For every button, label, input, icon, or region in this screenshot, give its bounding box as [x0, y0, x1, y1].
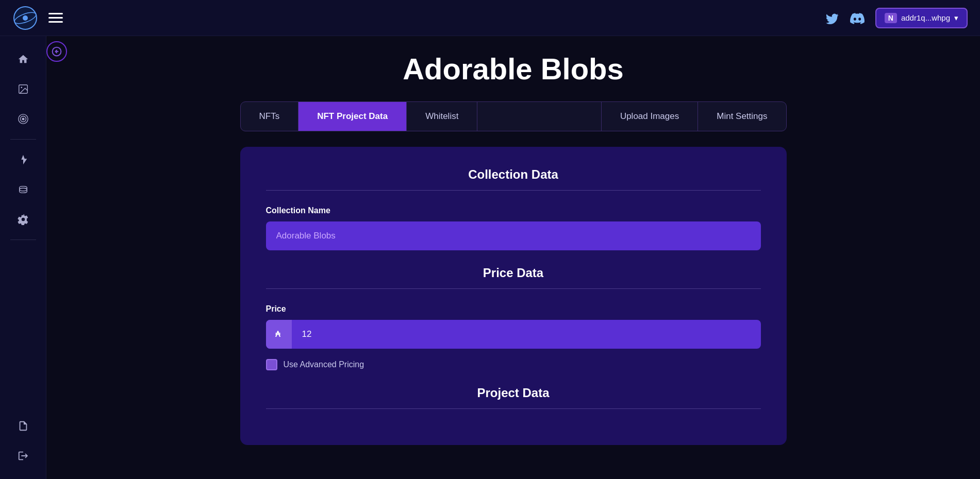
price-data-divider — [266, 288, 761, 289]
sidebar-divider-1 — [10, 139, 36, 140]
svg-point-7 — [22, 118, 24, 120]
sidebar-item-documents[interactable] — [8, 413, 39, 439]
wallet-button[interactable]: N addr1q...whpg ▾ — [875, 8, 968, 28]
collection-data-title: Collection Data — [266, 167, 761, 182]
sidebar-item-gallery[interactable] — [8, 76, 39, 102]
use-advanced-pricing-checkbox[interactable] — [266, 359, 277, 370]
price-data-title: Price Data — [266, 266, 761, 280]
sidebar-item-spool[interactable] — [8, 177, 39, 202]
topnav: N addr1q...whpg ▾ — [0, 0, 980, 36]
discord-icon[interactable] — [850, 10, 865, 26]
tabs-left-group: NFTs NFT Project Data Whitelist — [241, 102, 601, 131]
sidebar-item-logout[interactable] — [8, 443, 39, 469]
topnav-left — [12, 5, 63, 31]
sidebar — [0, 36, 46, 479]
page-title: Adorable Blobs — [403, 52, 624, 86]
tab-nft-project-data[interactable]: NFT Project Data — [298, 102, 407, 131]
main-content: Adorable Blobs NFTs NFT Project Data Whi… — [46, 36, 980, 479]
menu-button[interactable] — [48, 13, 63, 23]
tab-nfts[interactable]: NFTs — [241, 102, 299, 131]
sidebar-bottom — [8, 413, 39, 469]
tab-whitelist[interactable]: Whitelist — [407, 102, 477, 131]
ada-icon: ₳ — [266, 320, 292, 349]
sidebar-item-home[interactable] — [8, 46, 39, 72]
wallet-network-badge: N — [885, 13, 897, 23]
sidebar-divider-2 — [10, 239, 36, 240]
tabs-bar: NFTs NFT Project Data Whitelist Upload I… — [240, 101, 787, 131]
sidebar-item-target[interactable] — [8, 106, 39, 132]
svg-point-2 — [23, 15, 28, 21]
svg-point-4 — [21, 87, 22, 88]
collection-data-divider — [266, 190, 761, 191]
collection-name-label: Collection Name — [266, 206, 761, 215]
tabs-right-group: Upload Images Mint Settings — [601, 102, 786, 131]
price-input[interactable] — [292, 320, 761, 349]
project-data-divider — [266, 408, 761, 409]
tab-mint-settings[interactable]: Mint Settings — [697, 102, 786, 131]
tab-upload-images[interactable]: Upload Images — [601, 102, 697, 131]
collection-name-input[interactable] — [266, 221, 761, 250]
sidebar-item-settings[interactable] — [8, 207, 39, 232]
project-data-title: Project Data — [266, 386, 761, 400]
sidebar-item-boost[interactable] — [8, 147, 39, 173]
topnav-right: N addr1q...whpg ▾ — [825, 8, 968, 28]
wallet-address: addr1q...whpg — [901, 13, 950, 22]
layout: Adorable Blobs NFTs NFT Project Data Whi… — [0, 36, 980, 479]
back-button[interactable] — [46, 41, 67, 62]
price-input-wrapper: ₳ — [266, 320, 761, 349]
price-label: Price — [266, 304, 761, 314]
form-card: Collection Data Collection Name Price Da… — [240, 147, 787, 445]
wallet-chevron-icon: ▾ — [954, 13, 958, 23]
twitter-icon[interactable] — [825, 10, 839, 26]
advanced-pricing-row: Use Advanced Pricing — [266, 359, 761, 370]
use-advanced-pricing-label: Use Advanced Pricing — [284, 360, 364, 369]
svg-text:₳: ₳ — [275, 330, 280, 338]
logo-icon — [12, 5, 38, 31]
svg-point-8 — [19, 188, 27, 191]
